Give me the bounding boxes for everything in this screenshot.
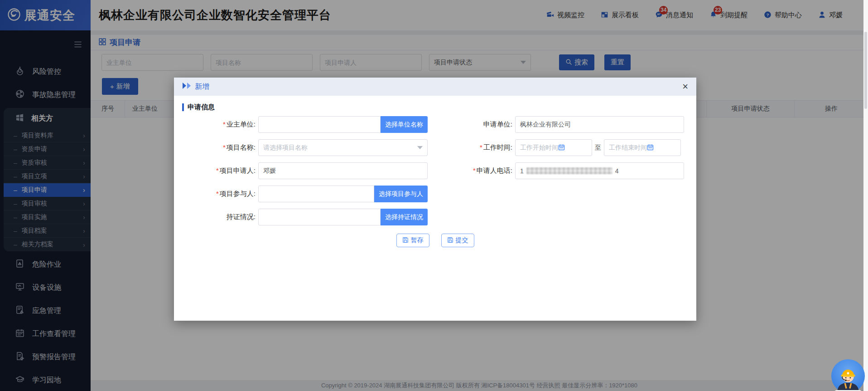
dialog-actions: 暂存 提交 xyxy=(174,234,696,247)
section-application-info: 申请信息 xyxy=(174,103,696,112)
calendar-icon xyxy=(558,144,565,152)
work-start-date-input[interactable]: 工作开始时间 xyxy=(515,139,592,156)
participants-input[interactable] xyxy=(258,186,374,202)
application-window: 展通安全 枫林企业有限公司企业数智化安全管理平台 视频监控 展示看板 消息通知 xyxy=(0,0,868,391)
apply-unit-label: 申请单位: xyxy=(430,120,515,129)
add-dialog-header: 新增 × xyxy=(174,78,696,96)
required-star: * xyxy=(480,143,482,151)
work-end-date-input[interactable]: 工作结束时间 xyxy=(604,139,681,156)
scrollbar-thumb[interactable] xyxy=(864,32,867,109)
certificates-label: 持证情况: xyxy=(174,213,258,221)
online-service-widget[interactable]: 在线咨询 xyxy=(830,358,866,391)
calendar-icon xyxy=(647,144,654,152)
required-star: * xyxy=(216,190,219,197)
required-star: * xyxy=(473,166,476,174)
select-participants-button[interactable]: 选择项目参与人 xyxy=(374,186,428,202)
caret-down-icon xyxy=(417,146,423,149)
applicant-input[interactable] xyxy=(258,162,428,179)
page-scrollbar[interactable] xyxy=(863,0,868,391)
section-accent-bar xyxy=(182,103,184,111)
project-name-placeholder: 请选择项目名称 xyxy=(263,144,308,152)
apply-unit-input[interactable] xyxy=(515,116,684,133)
floppy-icon xyxy=(402,237,409,244)
add-dialog-title: 新增 xyxy=(195,82,209,92)
work-time-range: 工作开始时间 至 工作结束时间 xyxy=(515,139,684,156)
required-star: * xyxy=(223,120,226,128)
section-title: 申请信息 xyxy=(188,103,215,112)
floppy-icon xyxy=(447,237,453,244)
owner-unit-input[interactable] xyxy=(258,116,381,133)
double-chevron-icon xyxy=(182,82,191,91)
select-unit-name-button[interactable]: 选择单位名称 xyxy=(381,116,428,133)
add-dialog-body: 申请信息 *业主单位: 选择单位名称 申请单位: xyxy=(174,96,696,247)
project-name-label: *项目名称: xyxy=(174,143,258,152)
save-draft-button[interactable]: 暂存 xyxy=(396,234,429,247)
application-form: *业主单位: 选择单位名称 申请单位: *项目名称: xyxy=(174,116,696,247)
phone-input[interactable]: 1 4 xyxy=(515,162,684,179)
required-star: * xyxy=(216,166,219,174)
save-draft-label: 暂存 xyxy=(411,236,424,244)
project-name-select[interactable]: 请选择项目名称 xyxy=(258,139,428,156)
required-star: * xyxy=(223,143,226,151)
work-time-label: *工作时间: xyxy=(430,143,515,152)
close-icon[interactable]: × xyxy=(682,82,688,92)
phone-label: *申请人电话: xyxy=(430,166,515,175)
applicant-label: *项目申请人: xyxy=(174,166,258,175)
submit-label: 提交 xyxy=(456,236,468,244)
owner-unit-label: *业主单位: xyxy=(174,120,258,129)
phone-value-end: 4 xyxy=(615,167,619,175)
select-certificates-button[interactable]: 选择持证情况 xyxy=(381,209,428,225)
date-range-separator: 至 xyxy=(592,144,604,152)
certificates-input[interactable] xyxy=(258,209,381,225)
submit-button[interactable]: 提交 xyxy=(441,234,474,247)
add-dialog: 新增 × 申请信息 *业主单位: 选择单位名称 xyxy=(174,78,696,321)
phone-value-start: 1 xyxy=(520,167,524,175)
redacted-blur xyxy=(526,167,612,174)
participants-label: *项目参与人: xyxy=(174,190,258,198)
